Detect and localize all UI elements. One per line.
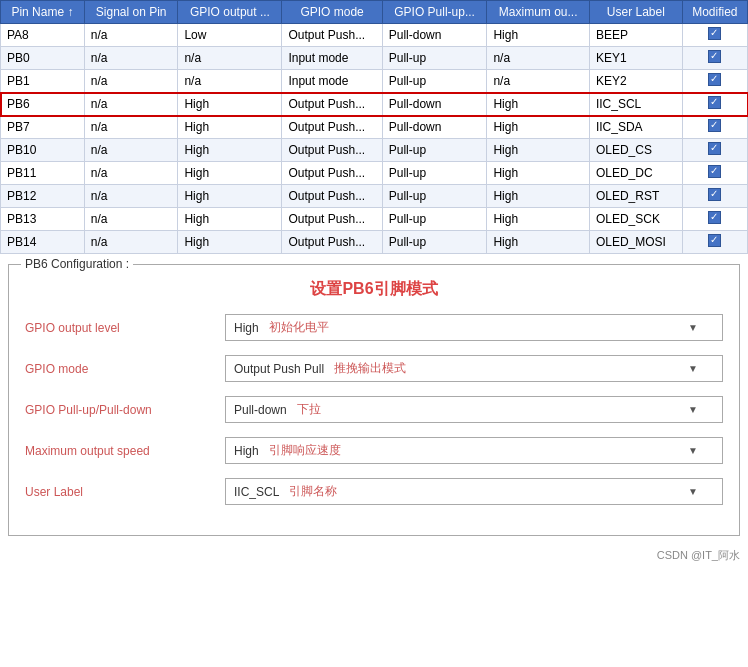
table-cell: n/a bbox=[84, 93, 178, 116]
table-cell: IIC_SDA bbox=[589, 116, 682, 139]
table-row[interactable]: PB14n/aHighOutput Push...Pull-upHighOLED… bbox=[1, 231, 748, 254]
modified-checkbox-cell[interactable] bbox=[682, 231, 747, 254]
config-comment-0: 初始化电平 bbox=[269, 319, 329, 336]
config-select-wrapper-1[interactable]: Output Push Pull推挽输出模式▼ bbox=[225, 355, 723, 382]
table-cell: High bbox=[178, 231, 282, 254]
table-row[interactable]: PB6n/aHighOutput Push...Pull-downHighIIC… bbox=[1, 93, 748, 116]
modified-checkbox-cell[interactable] bbox=[682, 47, 747, 70]
table-row[interactable]: PB0n/an/aInput modePull-upn/aKEY1 bbox=[1, 47, 748, 70]
config-comment-3: 引脚响应速度 bbox=[269, 442, 341, 459]
config-label-1: GPIO mode bbox=[25, 362, 225, 376]
modified-checkbox-cell[interactable] bbox=[682, 139, 747, 162]
table-cell: High bbox=[487, 24, 589, 47]
table-cell: Output Push... bbox=[282, 93, 382, 116]
table-cell: High bbox=[487, 93, 589, 116]
config-select-display-4[interactable]: IIC_SCL引脚名称▼ bbox=[225, 478, 723, 505]
dropdown-arrow-icon-0: ▼ bbox=[688, 322, 698, 333]
table-cell: Input mode bbox=[282, 70, 382, 93]
config-select-wrapper-4[interactable]: IIC_SCL引脚名称▼ bbox=[225, 478, 723, 505]
config-select-display-1[interactable]: Output Push Pull推挽输出模式▼ bbox=[225, 355, 723, 382]
modified-checkbox-cell[interactable] bbox=[682, 162, 747, 185]
config-row-1: GPIO modeOutput Push Pull推挽输出模式▼ bbox=[25, 355, 723, 382]
table-cell: n/a bbox=[84, 162, 178, 185]
config-label-2: GPIO Pull-up/Pull-down bbox=[25, 403, 225, 417]
table-row[interactable]: PB7n/aHighOutput Push...Pull-downHighIIC… bbox=[1, 116, 748, 139]
dropdown-arrow-icon-4: ▼ bbox=[688, 486, 698, 497]
watermark: CSDN @IT_阿水 bbox=[0, 546, 748, 565]
table-cell: n/a bbox=[84, 208, 178, 231]
table-cell: n/a bbox=[84, 139, 178, 162]
table-cell: High bbox=[487, 162, 589, 185]
config-select-wrapper-3[interactable]: High引脚响应速度▼ bbox=[225, 437, 723, 464]
table-cell: PB12 bbox=[1, 185, 85, 208]
dropdown-arrow-icon-1: ▼ bbox=[688, 363, 698, 374]
table-cell: OLED_MOSI bbox=[589, 231, 682, 254]
table-cell: Output Push... bbox=[282, 185, 382, 208]
pin-table: Pin Name ↑Signal on PinGPIO output ...GP… bbox=[0, 0, 748, 254]
table-cell: High bbox=[178, 162, 282, 185]
table-cell: High bbox=[487, 139, 589, 162]
pin-table-section: Pin Name ↑Signal on PinGPIO output ...GP… bbox=[0, 0, 748, 254]
table-cell: n/a bbox=[487, 47, 589, 70]
config-select-wrapper-0[interactable]: High初始化电平▼ bbox=[225, 314, 723, 341]
table-row[interactable]: PB1n/an/aInput modePull-upn/aKEY2 bbox=[1, 70, 748, 93]
modified-checkbox-cell[interactable] bbox=[682, 116, 747, 139]
table-cell: High bbox=[178, 185, 282, 208]
table-cell: KEY2 bbox=[589, 70, 682, 93]
config-select-display-3[interactable]: High引脚响应速度▼ bbox=[225, 437, 723, 464]
table-cell: n/a bbox=[84, 185, 178, 208]
modified-checkbox-cell[interactable] bbox=[682, 208, 747, 231]
table-row[interactable]: PB13n/aHighOutput Push...Pull-upHighOLED… bbox=[1, 208, 748, 231]
table-cell: High bbox=[487, 116, 589, 139]
col-header-1: Signal on Pin bbox=[84, 1, 178, 24]
checkbox-checked-icon bbox=[708, 234, 721, 247]
config-section: PB6 Configuration : 设置PB6引脚模式 GPIO outpu… bbox=[8, 264, 740, 536]
table-cell: Pull-up bbox=[382, 47, 487, 70]
modified-checkbox-cell[interactable] bbox=[682, 24, 747, 47]
table-cell: Input mode bbox=[282, 47, 382, 70]
config-select-wrapper-2[interactable]: Pull-down下拉▼ bbox=[225, 396, 723, 423]
table-row[interactable]: PB10n/aHighOutput Push...Pull-upHighOLED… bbox=[1, 139, 748, 162]
table-cell: High bbox=[178, 139, 282, 162]
table-row[interactable]: PB12n/aHighOutput Push...Pull-upHighOLED… bbox=[1, 185, 748, 208]
modified-checkbox-cell[interactable] bbox=[682, 93, 747, 116]
table-cell: n/a bbox=[84, 24, 178, 47]
table-cell: n/a bbox=[178, 47, 282, 70]
table-cell: Pull-up bbox=[382, 185, 487, 208]
config-value-1: Output Push Pull bbox=[234, 362, 324, 376]
table-header-row: Pin Name ↑Signal on PinGPIO output ...GP… bbox=[1, 1, 748, 24]
table-row[interactable]: PA8n/aLowOutput Push...Pull-downHighBEEP bbox=[1, 24, 748, 47]
table-row[interactable]: PB11n/aHighOutput Push...Pull-upHighOLED… bbox=[1, 162, 748, 185]
table-cell: High bbox=[487, 231, 589, 254]
table-cell: High bbox=[487, 185, 589, 208]
config-title: 设置PB6引脚模式 bbox=[25, 279, 723, 300]
table-cell: n/a bbox=[84, 47, 178, 70]
table-cell: PB14 bbox=[1, 231, 85, 254]
config-value-4: IIC_SCL bbox=[234, 485, 279, 499]
table-cell: KEY1 bbox=[589, 47, 682, 70]
table-cell: n/a bbox=[178, 70, 282, 93]
table-cell: High bbox=[178, 208, 282, 231]
config-select-display-2[interactable]: Pull-down下拉▼ bbox=[225, 396, 723, 423]
config-row-3: Maximum output speedHigh引脚响应速度▼ bbox=[25, 437, 723, 464]
table-cell: Output Push... bbox=[282, 139, 382, 162]
checkbox-checked-icon bbox=[708, 211, 721, 224]
table-cell: Pull-up bbox=[382, 208, 487, 231]
table-cell: OLED_DC bbox=[589, 162, 682, 185]
table-cell: Output Push... bbox=[282, 162, 382, 185]
config-comment-1: 推挽输出模式 bbox=[334, 360, 406, 377]
checkbox-checked-icon bbox=[708, 96, 721, 109]
checkbox-checked-icon bbox=[708, 119, 721, 132]
table-cell: Output Push... bbox=[282, 208, 382, 231]
config-select-display-0[interactable]: High初始化电平▼ bbox=[225, 314, 723, 341]
table-cell: Pull-up bbox=[382, 70, 487, 93]
table-cell: PB1 bbox=[1, 70, 85, 93]
modified-checkbox-cell[interactable] bbox=[682, 70, 747, 93]
table-cell: PB13 bbox=[1, 208, 85, 231]
dropdown-arrow-icon-2: ▼ bbox=[688, 404, 698, 415]
modified-checkbox-cell[interactable] bbox=[682, 185, 747, 208]
table-cell: n/a bbox=[84, 70, 178, 93]
config-comment-4: 引脚名称 bbox=[289, 483, 337, 500]
table-cell: Output Push... bbox=[282, 116, 382, 139]
config-label-4: User Label bbox=[25, 485, 225, 499]
